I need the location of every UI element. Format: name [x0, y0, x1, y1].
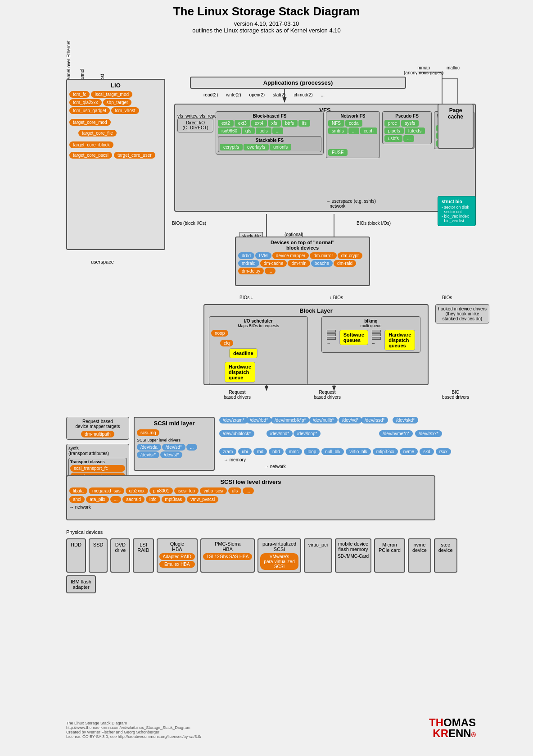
hooked-drivers-box: hooked in device drivers (they hook in l…	[435, 304, 489, 323]
brand-th: TH	[429, 716, 443, 729]
bios-label-mid-left: BIOs ↓	[239, 295, 253, 300]
scheduler-items: noop cfq deadline	[211, 330, 306, 358]
request-based-dm-box: Request-baseddevice mapper targets dm-mu…	[66, 417, 129, 440]
ll-qla2xxx: qla2xxx	[126, 487, 148, 494]
driver-virtio-blk: virtio_blk	[346, 448, 370, 455]
fs-ifs: ifs	[298, 120, 310, 127]
physical-devices-row: HDD SSD DVDdrive LSIRAID QlogicHBA Adapt…	[66, 538, 480, 593]
request-based-label-left: Requestbased drivers	[224, 390, 251, 400]
io-scheduler-box: I/O scheduler Maps BIOs to requests noop…	[209, 316, 308, 385]
brand-enn: ENN	[448, 727, 471, 739]
driver-null-blk: null_blk	[321, 448, 344, 455]
dev-rssd: /dev/rssd*	[361, 417, 388, 424]
fs-iso9660: iso9660	[218, 128, 241, 134]
multi-queue-lines: ...	[327, 330, 336, 351]
mmap-label: mmap(anonymous pages)	[404, 65, 443, 75]
hw-dispatch-queues-box: Hardwaredispatchqueues	[384, 330, 415, 351]
request-based-label-right: Requestbased drivers	[314, 390, 341, 400]
fs-btrfs: btrfs	[282, 120, 298, 127]
driver-rbd: rbd	[253, 448, 267, 455]
driver-nvme: nvme	[400, 448, 418, 455]
phys-flash-label: mobile deviceflash memory	[338, 541, 369, 552]
target-core-iblock: target_core_iblock	[69, 141, 113, 148]
stackable-fs-box: Stackable FS ecryptfs overlayfs unionfs	[218, 136, 321, 152]
dev-rbd: /dev/rbd*	[246, 417, 271, 424]
ll-ata-piix: ata_piix	[86, 496, 108, 503]
dev-dm-cache: dm-cache	[260, 260, 287, 267]
fs-sysfs: sysfs	[401, 120, 419, 127]
dm-multipath: dm-multipath	[81, 431, 114, 437]
device-items: drbd LVM device mapper dm-mirror dm-cryp…	[238, 252, 367, 274]
tcm-qla2xxx: tcm_qla2xxx	[69, 99, 102, 106]
target-core-mod-box: target_core_mod	[69, 118, 162, 126]
low-level-row2: ahci ata_piix ... aacraid lpfc mpt3sas v…	[69, 496, 432, 503]
dev-dm-crypt: dm-crypt	[338, 252, 362, 259]
fs-pipefs: pipefs	[384, 128, 404, 134]
network-fs-box: Network FS NFS coda smbfs ... ceph FUSE	[326, 111, 380, 158]
block-fs-items: ext2 ext3 ext4 xfs btrfs ifs iso9660 gfs…	[218, 120, 321, 134]
target-core-iblock-box: target_core_iblock	[69, 140, 162, 148]
blkmq-label: blkmq	[324, 319, 418, 323]
ll-vmw-pvscsi: vmw_pvscsi	[187, 496, 218, 503]
block-fs-label: Block-based FS	[218, 114, 321, 118]
ll-aacraid: aacraid	[122, 496, 145, 503]
request-based-dm-label: Request-baseddevice mapper targets	[68, 419, 127, 429]
io-scheduler-label: I/O scheduler	[211, 319, 306, 323]
dev-drbd: drbd	[238, 252, 254, 259]
dev-mmcblk-box: /dev/mmcblk*p*	[271, 417, 309, 424]
sched-cfq: cfq	[220, 340, 233, 346]
syscall-dots: ...	[321, 92, 325, 97]
phys-ssd: SSD	[89, 538, 108, 573]
fs-ceph: ceph	[360, 128, 377, 134]
devices-on-top-label: Devices on top of "normal"block devices	[238, 240, 367, 250]
pmc-sub: LSI 12Gbs SAS HBA	[203, 553, 252, 560]
dev-ubiblock-box: /dev/ubiblock*	[219, 430, 254, 437]
fs-pseudo-dots: ...	[403, 135, 414, 142]
dev-rbd-box: /dev/rbd*	[246, 417, 271, 424]
fs-ext4: ext4	[251, 120, 267, 127]
fs-smbfs: smbfs	[328, 128, 348, 134]
applications-label: Applications (processes)	[194, 79, 402, 86]
stackable-fs-label: Stackable FS	[220, 138, 320, 143]
dev-dm-delay: dm-delay	[238, 268, 264, 274]
tcm-vhost: tcm_vhost	[111, 107, 139, 114]
brand-line1: THOMAS	[429, 717, 476, 728]
scsi-low-label: SCSI low level drivers	[69, 478, 432, 485]
bios-label-mid-right: ↓ BIOs	[330, 295, 343, 300]
phys-lsi-raid: LSIRAID	[133, 538, 154, 573]
phys-pmc-group: PMC-SierraHBA LSI 12Gbs SAS HBA	[200, 538, 255, 573]
syscall-open: open(2)	[249, 92, 265, 97]
lio-box: LIO tcm_fc iscsi_target_mod tcm_qla2xxx …	[66, 79, 165, 250]
sbp-target: sbp_target	[103, 99, 131, 106]
tcm-fc: tcm_fc	[69, 91, 90, 98]
dm-multipath-box: dm-multipath	[68, 431, 127, 437]
page-cache-box: Page cache	[438, 104, 474, 149]
flash-sub: SD-/MMC-Card	[338, 553, 369, 559]
fs-coda: coda	[345, 120, 362, 127]
phys-micron: MicronPCIe card	[374, 538, 405, 573]
sw-queues-label: Softwarequeues	[339, 330, 368, 345]
ll-ufs: ufs	[228, 487, 241, 494]
ll-virtio-scsi: virtio_scsi	[200, 487, 227, 494]
phys-dvd: DVDdrive	[110, 538, 130, 573]
fs-ext3: ext3	[235, 120, 250, 127]
fs-net-dots: ...	[348, 128, 359, 134]
transport-classes-label: Transport classes	[70, 460, 125, 464]
dev-sr-star: /dev/sr*	[137, 451, 159, 458]
fs-ecryptfs: ecryptfs	[220, 144, 243, 150]
qlogic-sub: Adaptec RAID Emulex HBA	[159, 553, 195, 568]
phys-virtio-pci: virtio_pci	[304, 538, 332, 573]
struct-bio-label: struct bio	[442, 199, 472, 204]
driver-skd: skd	[420, 448, 434, 455]
bios-label-top-right: BIOs (block I/Os)	[357, 221, 391, 226]
scsi-upper-label: SCSI upper level drivers	[137, 438, 212, 442]
dev-rssd-box: /dev/rssd*	[361, 417, 388, 424]
malloc-label: malloc	[447, 65, 460, 70]
dev-st-star: /dev/st*	[160, 451, 182, 458]
block-layer-label: Block Layer	[207, 307, 425, 314]
dev-vd-box: /dev/vd*	[339, 417, 362, 424]
ll-megaraid: megaraid_sas	[89, 487, 124, 494]
page-title: The Linux Storage Stack Diagram	[64, 5, 469, 18]
syscall-chmod: chmod(2)	[294, 92, 312, 97]
phys-hdd: HDD	[66, 538, 86, 573]
